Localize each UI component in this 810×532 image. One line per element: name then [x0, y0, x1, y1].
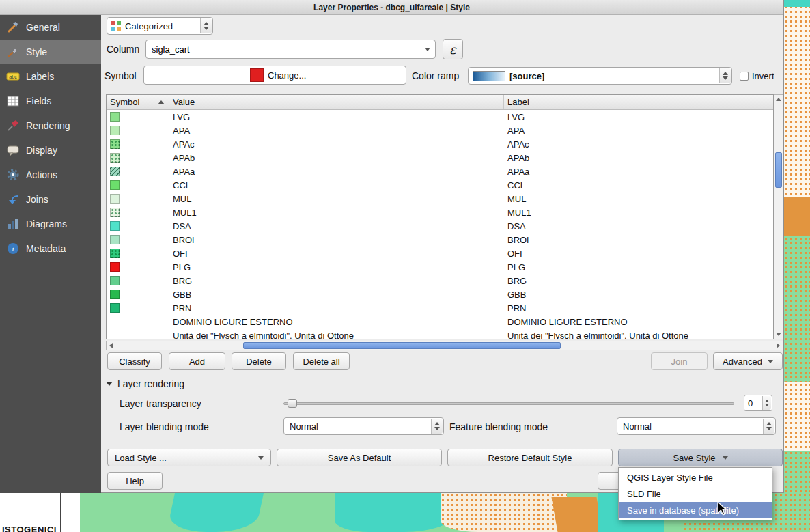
layer-blending-combobox[interactable]: Normal	[283, 417, 444, 435]
vertical-scroll-thumb[interactable]	[775, 152, 782, 188]
table-row[interactable]: DSA DSA	[107, 219, 773, 233]
titlebar[interactable]: Layer Properties - dbcg_ulfareale | Styl…	[0, 0, 783, 15]
partial-hidden-button[interactable]	[598, 472, 621, 490]
symbol-swatch	[110, 126, 120, 135]
wrench-icon	[6, 20, 20, 34]
row-label: DSA	[504, 221, 773, 232]
save-as-default-button[interactable]: Save As Default	[277, 449, 442, 466]
sidebar-item-general[interactable]: General	[0, 15, 101, 40]
menu-item-sld-file[interactable]: SLD File	[619, 486, 772, 502]
help-button[interactable]: Help	[107, 472, 163, 490]
sidebar-item-label: Display	[26, 145, 57, 156]
symbol-table-body: LVG LVG APA APA APAc APAc APAb APAb APAa…	[107, 110, 773, 339]
table-header: Symbol Value Label	[107, 95, 773, 110]
chevron-down-icon[interactable]	[420, 40, 435, 58]
menu-item-qgis-layer-style-file[interactable]: QGIS Layer Style File	[619, 469, 772, 486]
sidebar-item-fields[interactable]: Fields	[0, 89, 101, 113]
symbol-swatch	[110, 139, 120, 149]
column-combobox[interactable]	[145, 40, 436, 59]
color-ramp-combobox[interactable]: [source]	[468, 67, 732, 85]
row-label: PRN	[504, 303, 773, 313]
map-feature	[552, 497, 603, 532]
scroll-left-icon[interactable]	[109, 343, 113, 348]
table-row[interactable]: APAc APAc	[107, 137, 773, 151]
table-row[interactable]: DOMINIO LIGURE ESTERNO DOMINIO LIGURE ES…	[107, 315, 773, 328]
transparency-value: 0	[744, 395, 762, 410]
expression-builder-button[interactable]: ε	[443, 39, 463, 59]
restore-default-style-button[interactable]: Restore Default Style	[447, 449, 613, 466]
table-row[interactable]: LVG LVG	[107, 110, 773, 124]
change-symbol-label: Change...	[264, 70, 406, 81]
symbol-swatch	[110, 221, 120, 231]
layer-transparency-label: Layer transparency	[120, 398, 201, 409]
invert-checkbox[interactable]	[740, 72, 749, 81]
table-row[interactable]: CCL CCL	[107, 178, 773, 192]
advanced-button[interactable]: Advanced	[713, 352, 783, 370]
horizontal-scroll-thumb[interactable]	[243, 342, 561, 349]
column-header-symbol[interactable]: Symbol	[107, 95, 169, 109]
table-row[interactable]: MUL MUL	[107, 192, 773, 206]
sidebar-item-label: Joins	[26, 194, 48, 205]
load-style-button[interactable]: Load Style ...	[107, 449, 271, 466]
spinbox-arrows-icon[interactable]	[762, 396, 771, 410]
table-row[interactable]: GBB GBB	[107, 288, 773, 301]
add-button[interactable]: Add	[169, 352, 225, 370]
chevron-down-icon	[258, 456, 264, 460]
row-label: OFI	[504, 249, 773, 259]
sidebar-item-joins[interactable]: Joins	[0, 187, 101, 212]
scroll-right-icon[interactable]	[777, 343, 780, 348]
symbol-swatch	[110, 153, 120, 163]
classify-button[interactable]: Classify	[107, 352, 162, 370]
chevron-down-icon	[768, 360, 773, 363]
map-feature	[441, 493, 567, 532]
window-title: Layer Properties - dbcg_ulfareale | Styl…	[313, 3, 470, 12]
save-style-button[interactable]: Save Style	[618, 449, 783, 466]
sidebar-item-style[interactable]: Style	[0, 40, 101, 64]
table-row[interactable]: APAb APAb	[107, 151, 773, 165]
row-label: APAa	[504, 167, 773, 177]
table-row[interactable]: PLG PLG	[107, 260, 773, 274]
bar-chart-icon	[6, 217, 20, 231]
table-row[interactable]: OFI OFI	[107, 247, 773, 260]
layer-rendering-section[interactable]: Layer rendering	[106, 378, 184, 389]
delete-all-button[interactable]: Delete all	[293, 352, 350, 370]
sidebar-item-label: General	[26, 22, 60, 33]
table-row[interactable]: BRG BRG	[107, 274, 773, 288]
sidebar-item-rendering[interactable]: Rendering	[0, 113, 101, 138]
sidebar-item-diagrams[interactable]: Diagrams	[0, 212, 101, 236]
table-row[interactable]: APA APA	[107, 124, 773, 137]
row-label: GBB	[504, 290, 773, 300]
delete-button[interactable]: Delete	[232, 352, 286, 370]
slider-groove[interactable]	[283, 402, 734, 405]
table-row[interactable]: PRN PRN	[107, 301, 773, 315]
join-button[interactable]: Join	[651, 352, 708, 370]
column-header-label[interactable]: Label	[504, 95, 773, 109]
table-row[interactable]: BROi BROi	[107, 233, 773, 247]
slider-handle[interactable]	[288, 399, 297, 408]
feature-blending-value: Normal	[617, 421, 762, 432]
sidebar-item-label: Style	[26, 46, 47, 57]
sidebar-item-labels[interactable]: abc Labels	[0, 64, 101, 89]
scroll-up-icon[interactable]	[776, 98, 781, 101]
vertical-scrollbar[interactable]	[774, 94, 783, 339]
row-value: PRN	[169, 303, 504, 313]
symbol-classes-table[interactable]: Symbol Value Label LVG LVG APA APA APAc …	[106, 94, 774, 339]
table-row[interactable]: APAa APAa	[107, 165, 773, 178]
table-row[interactable]: MUL1 MUL1	[107, 206, 773, 219]
symbol-change-button[interactable]: Change...	[143, 66, 406, 85]
horizontal-scrollbar[interactable]	[106, 341, 783, 350]
sidebar-item-display[interactable]: Display	[0, 138, 101, 163]
scroll-down-icon[interactable]	[776, 333, 781, 336]
renderer-type-combobox[interactable]: Categorized	[107, 17, 213, 35]
feature-blending-combobox[interactable]: Normal	[617, 417, 776, 435]
column-header-value[interactable]: Value	[169, 95, 504, 109]
sidebar-item-metadata[interactable]: i Metadata	[0, 236, 101, 261]
row-value: MUL1	[169, 208, 504, 218]
column-input[interactable]	[146, 44, 420, 55]
sidebar-item-actions[interactable]: Actions	[0, 163, 101, 187]
transparency-slider[interactable]	[283, 399, 734, 408]
transparency-spinbox[interactable]: 0	[744, 395, 772, 411]
menu-item-save-in-database[interactable]: Save in database (spatialite)	[619, 502, 772, 518]
svg-text:i: i	[12, 244, 14, 253]
table-row[interactable]: Unità dei "Flysch a elmintoidi". Unità d…	[107, 328, 773, 339]
